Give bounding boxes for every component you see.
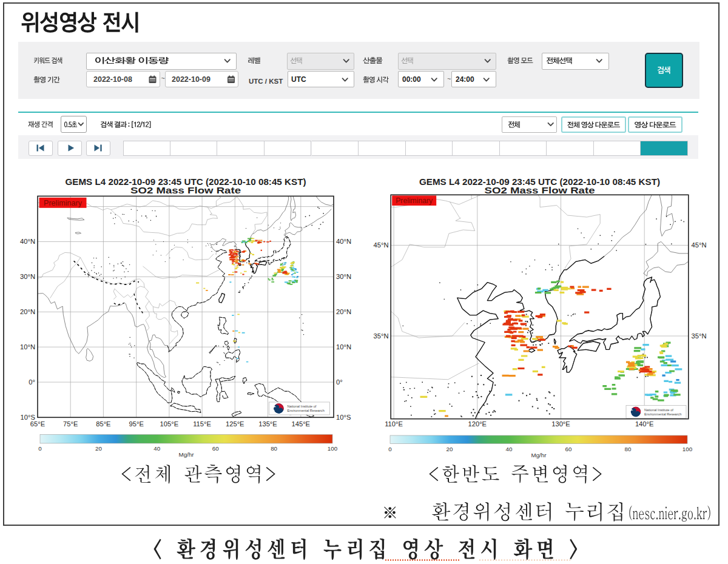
- svg-text:85°E: 85°E: [96, 420, 110, 428]
- svg-text:Mg/hr: Mg/hr: [531, 452, 547, 458]
- svg-text:National Institute of: National Institute of: [644, 408, 673, 412]
- svg-text:115°E: 115°E: [193, 420, 211, 428]
- svg-text:60: 60: [212, 445, 219, 452]
- svg-text:SO2 Mass Flow Rate: SO2 Mass Flow Rate: [130, 186, 241, 195]
- svg-text:35°N: 35°N: [692, 332, 707, 340]
- svg-text:10°N: 10°N: [336, 343, 351, 351]
- svg-text:130°E: 130°E: [551, 420, 570, 428]
- svg-text:Mg/hr: Mg/hr: [178, 451, 194, 458]
- svg-text:40: 40: [153, 445, 160, 452]
- svg-text:0: 0: [388, 446, 392, 452]
- svg-text:80: 80: [271, 445, 277, 452]
- svg-text:0: 0: [38, 445, 42, 452]
- svg-text:110°E: 110°E: [385, 420, 403, 428]
- svg-text:Environmental Research: Environmental Research: [644, 412, 681, 416]
- svg-text:100: 100: [328, 445, 338, 452]
- svg-text:95°E: 95°E: [129, 420, 144, 428]
- svg-text:30°N: 30°N: [336, 273, 351, 280]
- svg-text:30°N: 30°N: [20, 273, 35, 280]
- svg-text:National Institute of: National Institute of: [288, 405, 317, 408]
- svg-text:120°E: 120°E: [468, 420, 487, 428]
- svg-text:140°E: 140°E: [635, 420, 654, 428]
- svg-text:10°N: 10°N: [20, 343, 35, 351]
- svg-text:20: 20: [447, 446, 453, 452]
- svg-text:40°N: 40°N: [336, 238, 351, 245]
- svg-text:SO2 Mass Flow Rate: SO2 Mass Flow Rate: [485, 186, 595, 195]
- svg-text:75°E: 75°E: [63, 420, 78, 428]
- svg-text:10°S: 10°S: [336, 414, 351, 421]
- svg-text:45°N: 45°N: [692, 241, 707, 249]
- svg-text:Preliminary: Preliminary: [44, 199, 83, 207]
- svg-text:0°: 0°: [29, 378, 35, 386]
- svg-text:100: 100: [682, 446, 693, 452]
- svg-text:135°E: 135°E: [258, 420, 277, 428]
- svg-text:45°N: 45°N: [374, 241, 389, 249]
- svg-text:0°: 0°: [336, 378, 343, 386]
- svg-text:40°N: 40°N: [20, 238, 35, 245]
- svg-text:20: 20: [95, 445, 102, 452]
- svg-text:60: 60: [565, 446, 572, 452]
- svg-text:20°N: 20°N: [20, 308, 35, 315]
- svg-text:65°E: 65°E: [30, 420, 45, 428]
- svg-text:105°E: 105°E: [160, 420, 179, 428]
- svg-text:40: 40: [506, 446, 513, 452]
- svg-text:Preliminary: Preliminary: [396, 196, 433, 205]
- svg-text:35°N: 35°N: [374, 332, 389, 340]
- svg-text:125°E: 125°E: [226, 420, 244, 428]
- svg-text:80: 80: [625, 446, 632, 452]
- svg-text:Environmental Research: Environmental Research: [288, 409, 325, 412]
- svg-text:20°N: 20°N: [336, 308, 351, 315]
- svg-text:145°E: 145°E: [291, 420, 310, 428]
